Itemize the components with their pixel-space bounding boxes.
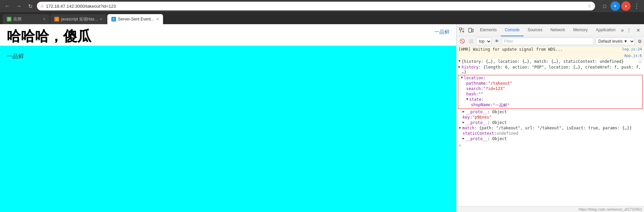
pathname-sep: : xyxy=(486,81,488,86)
search-sep: : xyxy=(481,86,483,91)
tree-root-text: {history: {…}, location: {…}, match: {…}… xyxy=(462,59,637,64)
tree-proto3-line[interactable]: ▶ __proto__ : Object xyxy=(457,136,644,141)
tab-close-1[interactable]: × xyxy=(43,16,46,22)
tab-sse[interactable]: S Server-Sent Event... × xyxy=(107,14,163,24)
key-val: "p9bnes" xyxy=(472,115,492,120)
tree-root-line[interactable]: ▼ {history: {…}, location: {…}, match: {… xyxy=(457,59,644,65)
tree-state-line[interactable]: ▼ state: xyxy=(458,97,642,102)
console-caret-symbol: > xyxy=(459,143,461,148)
shop-name-label: 一品鲜 xyxy=(7,52,24,60)
extensions-button[interactable]: ⬡ xyxy=(600,1,609,11)
bookmark-icon: ☆ xyxy=(587,3,592,9)
tree-history-text: history: {length: 6, action: "POP", loca… xyxy=(462,65,642,74)
static-val: undefined xyxy=(496,131,518,136)
tree-pathname-line: pathname : "/takeout" xyxy=(458,81,642,86)
back-button[interactable]: ← xyxy=(3,1,12,11)
console-settings-icon[interactable]: ⚙ xyxy=(638,39,642,44)
tab-network[interactable]: Network xyxy=(546,24,569,36)
shopname-val: "一品鲜" xyxy=(493,102,509,108)
devtools-close-button[interactable]: ✕ xyxy=(634,26,643,35)
proto1-key: __proto__ xyxy=(466,110,487,114)
state-colon: : xyxy=(481,97,484,102)
tab-app[interactable]: 应 应用 × xyxy=(3,14,50,24)
tree-hash-line: hash : "" xyxy=(458,91,642,97)
tree-match-line[interactable]: ▶ match : {path: "/takeout", url: "/take… xyxy=(457,125,644,131)
tree-location-line[interactable]: ▼ location: xyxy=(458,75,642,81)
console-context-select[interactable]: top xyxy=(476,38,492,45)
proto3-key: __proto__ xyxy=(466,136,487,141)
menu-button[interactable]: ⋮ xyxy=(632,1,641,11)
tree-proto2-caret[interactable]: ▶ xyxy=(463,120,465,124)
tree-proto1-line[interactable]: ▶ __proto__ : Object xyxy=(457,109,644,115)
browser-content: 哈哈哈，傻瓜 一品鲜 一品鲜 Elements xyxy=(0,24,644,212)
tree-root-caret[interactable]: ▼ xyxy=(459,59,461,63)
tab-memory[interactable]: Memory xyxy=(569,24,592,36)
page-nav-item[interactable]: 一品鲜 xyxy=(434,29,449,35)
tree-proto2-line[interactable]: ▶ __proto__ : Object xyxy=(457,120,644,125)
tree-key-line: key : "p9bnes" xyxy=(457,115,644,120)
tab-favicon-1: 应 xyxy=(7,17,11,22)
tree-location-caret[interactable]: ▼ xyxy=(461,76,463,79)
console-eye-icon: 👁 xyxy=(493,38,500,45)
console-line-app: App.js:6 xyxy=(457,53,644,59)
console-filter-input[interactable] xyxy=(502,38,594,45)
browser-topbar: ← → ↻ ⚠ 172.18.47.142:3000/takeout?id=12… xyxy=(0,0,644,12)
device-toolbar-button[interactable] xyxy=(467,26,475,35)
tab-favicon-3: S xyxy=(111,17,116,22)
devtools-end-buttons: ⋮ ✕ xyxy=(625,26,643,35)
tab-sources[interactable]: Sources xyxy=(524,24,546,36)
tab-close-3[interactable]: × xyxy=(156,16,159,22)
devtools-panel: Elements Console Sources Network Memory xyxy=(456,24,644,212)
shopname-key: shopName xyxy=(471,102,490,107)
tree-proto1-caret[interactable]: ▶ xyxy=(463,110,465,113)
tab-elements[interactable]: Elements xyxy=(476,24,501,36)
tree-shopname-line: shopName : "一品鲜" xyxy=(458,102,642,109)
tree-match-caret[interactable]: ▶ xyxy=(459,126,461,129)
devtools-settings-button[interactable]: ⋮ xyxy=(625,26,633,35)
pathname-val: "/takeout" xyxy=(488,81,512,86)
forward-button[interactable]: → xyxy=(14,1,23,11)
preserve-log-button[interactable]: ⬜ xyxy=(467,38,475,45)
profile-dropdown[interactable]: ▼ xyxy=(610,1,620,11)
static-sep: : xyxy=(494,131,496,136)
reload-button[interactable]: ↻ xyxy=(25,1,35,11)
devtools-tabs: Elements Console Sources Network Memory xyxy=(476,24,624,36)
clear-console-button[interactable]: 🚫 xyxy=(459,38,466,45)
console-output[interactable]: [HMR] Waiting for update signal from WDS… xyxy=(457,46,644,206)
tab-close-2[interactable]: × xyxy=(100,16,102,22)
key-key: key xyxy=(463,115,470,120)
tree-static-line: staticContext : undefined xyxy=(457,131,644,136)
tab-title-3: Server-Sent Event... xyxy=(118,17,154,22)
tab-title-1: 应用 xyxy=(13,16,41,22)
console-levels-select[interactable]: Default levels ▼ xyxy=(595,38,635,45)
page-area: 哈哈哈，傻瓜 一品鲜 一品鲜 xyxy=(0,24,456,212)
page-header: 哈哈哈，傻瓜 一品鲜 xyxy=(0,24,456,46)
tree-state-caret[interactable]: ▼ xyxy=(466,97,468,101)
search-val: "?id=123" xyxy=(483,86,505,91)
svg-rect-6 xyxy=(472,29,473,32)
location-box: ▼ location: pathname : "/takeout" search… xyxy=(458,75,643,109)
inspect-element-button[interactable] xyxy=(458,26,466,35)
app-source[interactable]: App.js:6 xyxy=(624,53,642,58)
devtools-more-tabs[interactable]: » xyxy=(621,27,624,33)
proto2-key: __proto__ xyxy=(466,120,487,125)
address-bar[interactable]: ⚠ 172.18.47.142:3000/takeout?id=123 ☆ xyxy=(37,2,595,10)
tab-application[interactable]: Application xyxy=(592,24,620,36)
user-avatar[interactable]: ● xyxy=(621,1,631,11)
tree-history-caret[interactable]: ▶ xyxy=(459,65,461,69)
hash-val: "" xyxy=(478,92,483,96)
tab-title-2: javascript 实现Has... xyxy=(61,16,98,22)
tree-info-icon: ⓘ xyxy=(638,59,642,64)
hmr-source[interactable]: log.js:24 xyxy=(622,47,642,51)
state-key: state xyxy=(469,97,481,102)
tab-js[interactable]: J javascript 实现Has... × xyxy=(50,14,107,24)
topbar-icons: ⬡ ▼ ● ⋮ xyxy=(600,1,641,11)
tab-console[interactable]: Console xyxy=(501,24,524,36)
console-toolbar: 🚫 ⬜ top 👁 Default levels ▼ ⚙ xyxy=(457,36,644,46)
tree-proto3-caret[interactable]: ▶ xyxy=(463,136,465,140)
tree-location-colon: : xyxy=(483,76,486,80)
tree-history-line[interactable]: ▶ history: {length: 6, action: "POP", lo… xyxy=(457,65,644,75)
pathname-key: pathname xyxy=(466,81,486,86)
svg-rect-0 xyxy=(460,28,462,30)
devtools-topbar: Elements Console Sources Network Memory xyxy=(457,24,644,36)
